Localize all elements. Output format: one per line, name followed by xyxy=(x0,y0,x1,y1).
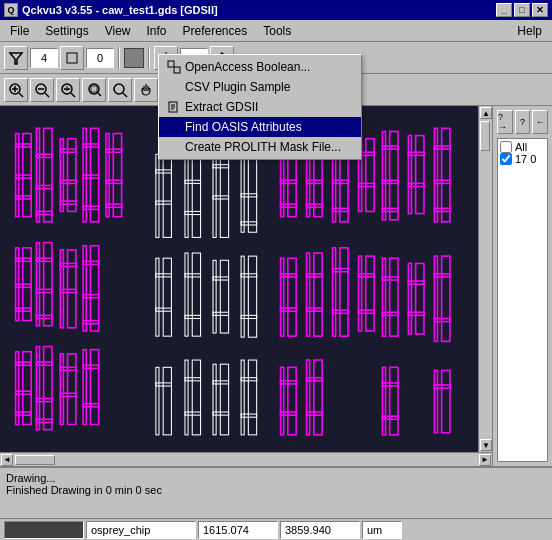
right-panel: ?→ ? ← All 17 0 xyxy=(492,106,552,466)
toolbar-btn-2[interactable] xyxy=(60,46,84,70)
scroll-track-h xyxy=(14,454,478,466)
scroll-down-btn[interactable]: ▼ xyxy=(480,439,492,451)
filter-icon xyxy=(8,50,24,66)
expand-button[interactable] xyxy=(280,78,304,102)
toolbar-input-1[interactable] xyxy=(30,48,58,68)
bottom-dark-field xyxy=(4,521,84,539)
menu-info[interactable]: Info xyxy=(139,20,175,41)
svg-rect-29 xyxy=(0,123,478,435)
maximize-button[interactable]: □ xyxy=(514,3,530,17)
checkbox-170-label: 17 0 xyxy=(515,153,536,165)
zoom-next-button[interactable] xyxy=(108,78,132,102)
app-window: Q Qckvu3 v3.55 - caw_test1.gds [GDSII] _… xyxy=(0,0,552,540)
zoom-fit-button[interactable] xyxy=(56,78,80,102)
scroll-track-v xyxy=(479,120,492,438)
svg-point-20 xyxy=(114,84,124,94)
toolbar-btn-3[interactable] xyxy=(210,46,234,70)
coord2-field: 3859.940 xyxy=(280,521,360,539)
zoom-in-button[interactable] xyxy=(4,78,28,102)
svg-rect-0 xyxy=(67,53,77,63)
svg-rect-3 xyxy=(164,55,168,61)
checkbox-170-container: 17 0 xyxy=(500,153,545,165)
chip-name-value: osprey_chip xyxy=(91,524,150,536)
snap-button[interactable] xyxy=(154,46,178,70)
canvas-row: ▲ ▼ xyxy=(0,106,492,452)
zoom-out-button[interactable] xyxy=(30,78,54,102)
measure-button[interactable] xyxy=(160,78,184,102)
status-line-1: Drawing... xyxy=(6,472,546,484)
separator-1 xyxy=(118,47,120,69)
checkbox-all-label: All xyxy=(515,141,527,153)
layer-panel: All 17 0 xyxy=(497,138,548,462)
back-button[interactable]: ← xyxy=(246,78,270,102)
help-question-arrow-button[interactable]: ?→ xyxy=(497,110,513,134)
menu-bar: File Settings View Info Preferences Tool… xyxy=(0,20,552,42)
help-question-button[interactable]: ? xyxy=(515,110,531,134)
checkbox-all-container: All xyxy=(500,141,545,153)
menu-view[interactable]: View xyxy=(97,20,139,41)
v-scrollbar[interactable]: ▲ ▼ xyxy=(478,106,492,452)
app-icon-text: Q xyxy=(7,5,14,15)
pan-button[interactable] xyxy=(134,78,158,102)
svg-line-7 xyxy=(19,93,23,97)
svg-rect-19 xyxy=(91,86,97,92)
toolbar-sep-4 xyxy=(274,79,276,101)
title-bar-controls: _ □ ✕ xyxy=(496,3,548,17)
svg-line-18 xyxy=(98,93,101,96)
scroll-right-btn[interactable]: ► xyxy=(479,454,491,466)
zoom-fit-icon xyxy=(59,81,77,99)
minimize-button[interactable]: _ xyxy=(496,3,512,17)
menu-settings[interactable]: Settings xyxy=(37,20,96,41)
window-title: Qckvu3 v3.55 - caw_test1.gds [GDSII] xyxy=(22,4,218,16)
chip-artwork xyxy=(0,106,478,452)
hand-icon xyxy=(137,81,155,99)
zoom-in-icon xyxy=(7,81,25,99)
toolbar-input-2[interactable] xyxy=(86,48,114,68)
square-icon xyxy=(64,50,80,66)
help-button[interactable]: ? xyxy=(220,78,244,102)
menu-tools[interactable]: Tools xyxy=(255,20,299,41)
zoom-prev-button[interactable] xyxy=(82,78,106,102)
canvas-container: ▲ ▼ ◄ ► xyxy=(0,106,492,466)
back-arrow-button[interactable]: ← xyxy=(532,110,548,134)
separator-2 xyxy=(148,47,150,69)
svg-line-14 xyxy=(71,93,75,97)
svg-line-21 xyxy=(123,93,127,97)
toolbar-input-3[interactable] xyxy=(180,48,208,68)
svg-point-17 xyxy=(89,84,99,94)
coord1-value: 1615.074 xyxy=(203,524,249,536)
svg-line-11 xyxy=(45,93,49,97)
right-panel-top-buttons: ?→ ? ← xyxy=(497,110,548,134)
status-line-2: Finished Drawing in 0 min 0 sec xyxy=(6,484,546,496)
h-scrollbar[interactable]: ◄ ► xyxy=(0,452,492,466)
menu-help[interactable]: Help xyxy=(509,20,550,41)
canvas-area[interactable] xyxy=(0,106,478,452)
measure-icon xyxy=(163,81,181,99)
close-button[interactable]: ✕ xyxy=(532,3,548,17)
expand-icon xyxy=(284,82,300,98)
scroll-left-btn[interactable]: ◄ xyxy=(1,454,13,466)
help-arrow-button[interactable]: ?→ xyxy=(194,78,218,102)
zoom-out-icon xyxy=(33,81,51,99)
drawing-viewport: ▲ ▼ ◄ ► ?→ ? ← xyxy=(0,106,552,466)
checkbox-all[interactable] xyxy=(500,141,512,153)
svg-rect-28 xyxy=(289,84,295,91)
zoom-prev-icon xyxy=(85,81,103,99)
menu-file[interactable]: File xyxy=(2,20,37,41)
status-bar: Drawing... Finished Drawing in 0 min 0 s… xyxy=(0,466,552,518)
scroll-up-btn[interactable]: ▲ xyxy=(480,107,492,119)
title-bar: Q Qckvu3 v3.55 - caw_test1.gds [GDSII] _… xyxy=(0,0,552,20)
app-icon: Q xyxy=(4,3,18,17)
scroll-thumb-v[interactable] xyxy=(480,121,490,151)
menu-preferences[interactable]: Preferences xyxy=(175,20,256,41)
checkbox-170[interactable] xyxy=(500,153,512,165)
bottom-bar: osprey_chip 1615.074 3859.940 um xyxy=(0,518,552,540)
toolbar-sep-3 xyxy=(188,79,190,101)
scroll-thumb-h[interactable] xyxy=(15,455,55,465)
unit-value: um xyxy=(367,524,382,536)
filter-button[interactable] xyxy=(4,46,28,70)
snap-icon xyxy=(158,50,174,66)
coord1-field: 1615.074 xyxy=(198,521,278,539)
color-swatch[interactable] xyxy=(124,48,144,68)
coord2-value: 3859.940 xyxy=(285,524,331,536)
